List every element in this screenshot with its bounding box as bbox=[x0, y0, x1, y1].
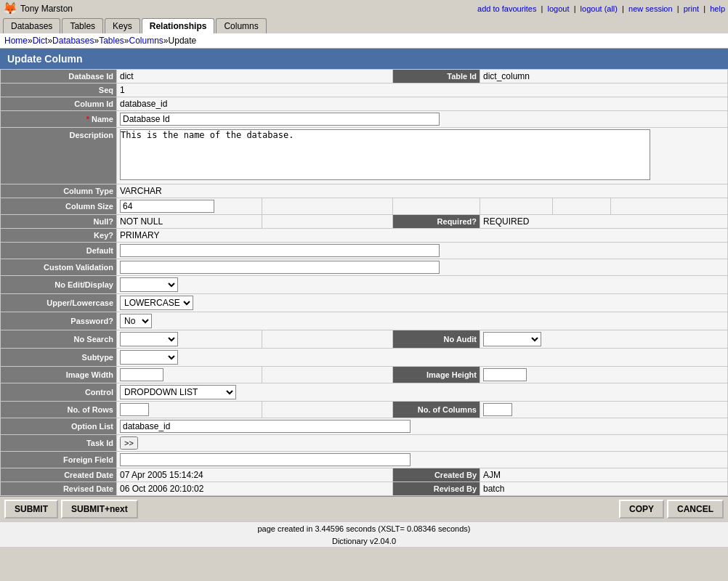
database-id-value: dict bbox=[117, 70, 393, 84]
no-search-select[interactable] bbox=[120, 332, 178, 346]
table-row: Description This is the name of the data… bbox=[1, 128, 728, 184]
control-select[interactable]: DROPDOWN LIST TEXT TEXTAREA bbox=[120, 385, 236, 399]
option-list-input[interactable] bbox=[120, 420, 410, 433]
foreign-field-input[interactable] bbox=[120, 453, 410, 466]
key-label: Key? bbox=[1, 229, 117, 243]
no-of-rows-label: No. of Rows bbox=[1, 402, 117, 418]
help-link[interactable]: help bbox=[710, 4, 725, 13]
created-date-label: Created Date bbox=[1, 468, 117, 482]
breadcrumb: Home»Dict»Databases»Tables»Columns»Updat… bbox=[0, 33, 728, 49]
column-type-label: Column Type bbox=[1, 184, 117, 198]
created-by-label: Created By bbox=[393, 468, 480, 482]
column-type-value: VARCHAR bbox=[117, 184, 728, 198]
revised-by-value: batch bbox=[480, 482, 728, 496]
task-id-label: Task Id bbox=[1, 435, 117, 452]
column-id-value: database_id bbox=[117, 97, 728, 111]
table-row: Key? PRIMARY bbox=[1, 229, 728, 243]
table-row: Custom Validation bbox=[1, 259, 728, 276]
table-row: Column Type VARCHAR bbox=[1, 184, 728, 198]
no-of-rows-input[interactable] bbox=[120, 403, 149, 416]
tabs: Databases Tables Keys Relationships Colu… bbox=[0, 17, 728, 33]
submit-button[interactable]: SUBMIT bbox=[4, 500, 58, 519]
description-label: Description bbox=[1, 128, 117, 184]
top-bar-right: add to favourites | logout | logout (all… bbox=[477, 4, 725, 13]
tab-tables[interactable]: Tables bbox=[62, 18, 103, 33]
revised-date-label: Revised Date bbox=[1, 482, 117, 496]
add-to-favourites-link[interactable]: add to favourites bbox=[477, 4, 536, 13]
tab-keys[interactable]: Keys bbox=[105, 18, 140, 33]
no-edit-display-select[interactable] bbox=[120, 277, 178, 292]
print-link[interactable]: print bbox=[684, 4, 699, 13]
new-session-link[interactable]: new session bbox=[628, 4, 673, 13]
table-row: * Name bbox=[1, 111, 728, 128]
column-size-input[interactable] bbox=[120, 200, 214, 213]
table-row: Foreign Field bbox=[1, 452, 728, 468]
logout-link[interactable]: logout bbox=[548, 4, 570, 13]
breadcrumb-current: Update bbox=[169, 36, 197, 46]
tab-columns[interactable]: Columns bbox=[216, 18, 266, 33]
required-value: REQUIRED bbox=[480, 215, 728, 229]
user-icon: 🦊 bbox=[3, 1, 17, 15]
default-label: Default bbox=[1, 243, 117, 259]
breadcrumb-databases[interactable]: Databases bbox=[52, 36, 94, 46]
top-bar-left: 🦊 Tony Marston bbox=[3, 1, 73, 15]
table-row: Column Size bbox=[1, 198, 728, 215]
custom-validation-label: Custom Validation bbox=[1, 259, 117, 276]
tab-databases[interactable]: Databases bbox=[3, 18, 60, 33]
bottom-bar-right: COPY CANCEL bbox=[619, 500, 724, 519]
no-of-columns-label: No. of Columns bbox=[393, 402, 480, 418]
seq-value: 1 bbox=[117, 84, 728, 97]
image-width-label: Image Width bbox=[1, 367, 117, 383]
task-id-button[interactable]: >> bbox=[120, 436, 138, 450]
upper-lowercase-select[interactable]: LOWERCASE UPPERCASE None bbox=[120, 296, 193, 310]
column-id-label: Column Id bbox=[1, 97, 117, 111]
created-date-value: 07 Apr 2005 15:14:24 bbox=[117, 468, 393, 482]
table-row: No. of Rows No. of Columns bbox=[1, 402, 728, 418]
revised-by-label: Revised By bbox=[393, 482, 480, 496]
null-label: Null? bbox=[1, 215, 117, 229]
table-row: Column Id database_id bbox=[1, 97, 728, 111]
control-label: Control bbox=[1, 383, 117, 402]
default-input[interactable] bbox=[120, 244, 440, 257]
breadcrumb-tables[interactable]: Tables bbox=[99, 36, 124, 46]
table-id-label: Table Id bbox=[393, 70, 480, 84]
table-row: No Search No Audit bbox=[1, 330, 728, 349]
custom-validation-input[interactable] bbox=[120, 261, 440, 274]
table-row: Password? No Yes bbox=[1, 312, 728, 330]
top-bar: 🦊 Tony Marston add to favourites | logou… bbox=[0, 0, 728, 17]
created-by-value: AJM bbox=[480, 468, 728, 482]
section-title: Update Column bbox=[0, 49, 728, 69]
name-label: * Name bbox=[1, 111, 117, 128]
no-of-columns-input[interactable] bbox=[483, 403, 512, 416]
table-row: Default bbox=[1, 243, 728, 259]
submit-next-button[interactable]: SUBMIT+next bbox=[61, 500, 138, 519]
logout-all-link[interactable]: logout (all) bbox=[581, 4, 618, 13]
tab-relationships[interactable]: Relationships bbox=[142, 18, 215, 33]
password-select[interactable]: No Yes bbox=[120, 314, 152, 328]
table-row: Created Date 07 Apr 2005 15:14:24 Create… bbox=[1, 468, 728, 482]
null-value: NOT NULL bbox=[117, 215, 262, 229]
seq-label: Seq bbox=[1, 84, 117, 97]
database-id-label: Database Id bbox=[1, 70, 117, 84]
footer-version: Dictionary v2.04.0 bbox=[0, 535, 728, 547]
key-value: PRIMARY bbox=[117, 229, 728, 243]
breadcrumb-dict[interactable]: Dict bbox=[33, 36, 48, 46]
table-row: Control DROPDOWN LIST TEXT TEXTAREA bbox=[1, 383, 728, 402]
image-height-input[interactable] bbox=[483, 368, 527, 381]
breadcrumb-columns[interactable]: Columns bbox=[129, 36, 163, 46]
no-edit-display-label: No Edit/Display bbox=[1, 276, 117, 294]
image-width-input[interactable] bbox=[120, 368, 163, 381]
no-audit-select[interactable] bbox=[483, 332, 541, 346]
table-id-value: dict_column bbox=[480, 70, 728, 84]
name-input[interactable] bbox=[120, 113, 440, 126]
bottom-bar: SUBMIT SUBMIT+next COPY CANCEL bbox=[0, 496, 728, 521]
form-table: Database Id dict Table Id dict_column Se… bbox=[0, 69, 728, 496]
table-row: Task Id >> bbox=[1, 435, 728, 452]
breadcrumb-home[interactable]: Home bbox=[4, 36, 28, 46]
table-row: Revised Date 06 Oct 2006 20:10:02 Revise… bbox=[1, 482, 728, 496]
foreign-field-label: Foreign Field bbox=[1, 452, 117, 468]
copy-button[interactable]: COPY bbox=[619, 500, 664, 519]
subtype-select[interactable] bbox=[120, 350, 178, 365]
cancel-button[interactable]: CANCEL bbox=[667, 500, 724, 519]
description-input[interactable]: This is the name of the database. bbox=[120, 129, 650, 180]
